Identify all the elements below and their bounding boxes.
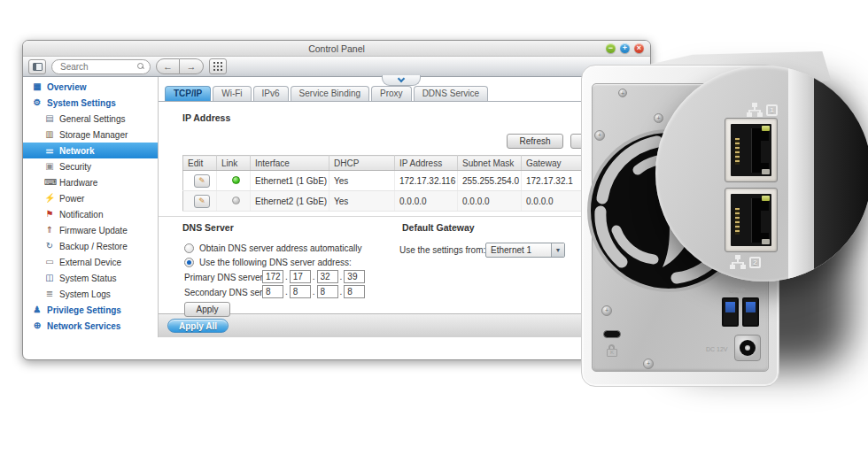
primary-dns-octet-1[interactable] xyxy=(262,270,283,283)
usb-port-2 xyxy=(742,297,759,327)
sidebar-item-privilege-settings[interactable]: ♟Privilege Settings xyxy=(23,302,158,318)
port-number-badge: 1 xyxy=(766,104,778,116)
apply-button[interactable]: Apply xyxy=(184,302,230,317)
col-subnet-mask[interactable]: Subnet Mask xyxy=(458,156,522,171)
sidebar-item-external-device[interactable]: ▭External Device xyxy=(23,254,158,270)
sidebar-item-system-status[interactable]: ◫System Status xyxy=(23,270,158,286)
main-menu-button[interactable] xyxy=(209,58,227,74)
tab-proxy[interactable]: Proxy xyxy=(371,86,412,101)
port-plug-shape xyxy=(751,198,769,243)
dns-manual-radio-row[interactable]: Use the following DNS server address: xyxy=(184,258,352,267)
interface-cell: Ethernet1 (1 GbE) xyxy=(251,171,329,191)
sidebar-item-label: External Device xyxy=(59,258,121,267)
default-gateway-heading: Default Gateway xyxy=(402,222,475,233)
sidebar-item-label: Network Services xyxy=(47,321,120,331)
sidebar-item-security[interactable]: ▣Security xyxy=(23,158,158,174)
sidebar-item-network[interactable]: ⚌Network xyxy=(23,143,158,158)
close-button[interactable]: × xyxy=(634,43,644,53)
primary-dns-label: Primary DNS server: xyxy=(184,273,266,282)
dot: . xyxy=(313,272,315,281)
col-gateway[interactable]: Gateway xyxy=(522,156,591,171)
screw-icon: + xyxy=(601,305,612,316)
magnifier-circle: 1 xyxy=(655,66,868,281)
ethernet-port-2 xyxy=(725,188,778,252)
minimize-button[interactable]: − xyxy=(606,43,616,53)
sidebar-item-applications[interactable]: ⊞Applications xyxy=(23,334,158,337)
sidebar-item-label: Storage Manager xyxy=(59,130,128,140)
port-cavity xyxy=(731,124,771,176)
dhcp-cell: Yes xyxy=(329,191,395,212)
chevron-down-icon: ▼ xyxy=(551,243,564,257)
forward-button[interactable]: → xyxy=(180,58,204,74)
primary-dns-octet-2[interactable] xyxy=(290,270,311,283)
sidebar-item-overview[interactable]: ▦Overview xyxy=(23,79,158,95)
sidebar-item-network-services[interactable]: ⊕Network Services xyxy=(23,318,158,334)
tab-tcpip[interactable]: TCP/IP xyxy=(165,86,211,101)
power-jack xyxy=(734,335,761,361)
sidebar-item-label: Power xyxy=(59,194,84,204)
apply-all-button[interactable]: Apply All xyxy=(167,319,229,333)
sidebar-item-label: System Status xyxy=(59,274,116,283)
col-dhcp[interactable]: DHCP xyxy=(329,156,395,171)
refresh-button[interactable]: Refresh xyxy=(507,134,563,149)
collapse-panel-button[interactable] xyxy=(382,75,421,86)
sidebar-item-general-settings[interactable]: ▤General Settings xyxy=(23,111,158,127)
firmware-icon: ⇑ xyxy=(44,225,55,235)
dhcp-cell: Yes xyxy=(329,171,395,191)
col-interface[interactable]: Interface xyxy=(251,156,329,171)
col-edit[interactable]: Edit xyxy=(183,156,217,171)
back-button[interactable]: ← xyxy=(156,58,180,74)
sidebar-item-label: Firmware Update xyxy=(59,226,128,235)
sidebar-item-notification[interactable]: ⚑Notification xyxy=(23,206,158,222)
ethernet-port-1 xyxy=(725,118,778,182)
sidebar-item-label: System Settings xyxy=(47,98,116,108)
secondary-dns-octet-2[interactable] xyxy=(290,285,311,298)
tab-ddns-service[interactable]: DDNS Service xyxy=(414,86,488,101)
hardware-icon: ⌨ xyxy=(44,177,55,188)
sidebar-item-system-settings[interactable]: ⚙System Settings xyxy=(23,95,158,111)
primary-dns-octet-3[interactable] xyxy=(317,270,338,283)
secondary-dns-octet-3[interactable] xyxy=(317,285,338,298)
network-settings-content: TCP/IP Wi-Fi IPv6 Service Binding Proxy … xyxy=(159,77,650,313)
gateway-source-select[interactable]: Ethernet 1 ▼ xyxy=(485,243,565,258)
sidebar-item-system-logs[interactable]: ≣System Logs xyxy=(23,286,158,302)
secondary-dns-octet-1[interactable] xyxy=(262,285,283,298)
kensington-slot xyxy=(603,330,621,338)
usb-label: USB xyxy=(729,287,747,295)
tab-wifi[interactable]: Wi-Fi xyxy=(213,86,251,101)
sidebar-item-hardware[interactable]: ⌨Hardware xyxy=(23,174,158,190)
secondary-dns-inputs: . . . xyxy=(262,285,365,298)
dns-auto-radio-row[interactable]: Obtain DNS server address automatically xyxy=(184,243,361,253)
edit-button[interactable]: ✎ xyxy=(194,174,210,188)
settings-panel-icon: ▤ xyxy=(44,113,55,124)
radio-selected-icon[interactable] xyxy=(184,258,194,267)
col-link[interactable]: Link xyxy=(217,156,251,171)
port-cavity xyxy=(731,194,771,246)
titlebar[interactable]: Control Panel − + × xyxy=(23,41,650,57)
gold-pins xyxy=(735,208,740,235)
dot: . xyxy=(313,287,315,297)
primary-dns-octet-4[interactable] xyxy=(344,270,365,283)
edit-button[interactable]: ✎ xyxy=(194,195,210,208)
sidebar-toggle-button[interactable] xyxy=(28,59,46,74)
sidebar-item-storage-manager[interactable]: ▥Storage Manager xyxy=(23,127,158,143)
link-led xyxy=(762,239,770,244)
col-ip-address[interactable]: IP Address xyxy=(395,156,458,171)
sidebar-item-backup-restore[interactable]: ↻Backup / Restore xyxy=(23,238,158,254)
tab-service-binding[interactable]: Service Binding xyxy=(291,86,369,101)
sidebar-item-label: System Logs xyxy=(59,289,111,299)
sidebar-item-firmware-update[interactable]: ⇑Firmware Update xyxy=(23,222,158,238)
secondary-dns-octet-4[interactable] xyxy=(344,285,365,298)
sidebar-item-label: Hardware xyxy=(59,178,97,188)
ip-cell: 172.17.32.116 xyxy=(395,171,458,191)
select-value: Ethernet 1 xyxy=(486,245,551,255)
ethernet-icon xyxy=(730,255,746,269)
radio-unselected-icon[interactable] xyxy=(184,243,194,253)
search-box[interactable] xyxy=(51,59,151,74)
search-input[interactable] xyxy=(60,62,137,72)
ip-address-heading: IP Address xyxy=(182,112,230,123)
globe-icon: ⊕ xyxy=(32,320,43,331)
sidebar-item-power[interactable]: ⚡Power xyxy=(23,190,158,206)
maximize-button[interactable]: + xyxy=(620,43,630,53)
tab-ipv6[interactable]: IPv6 xyxy=(253,86,289,101)
